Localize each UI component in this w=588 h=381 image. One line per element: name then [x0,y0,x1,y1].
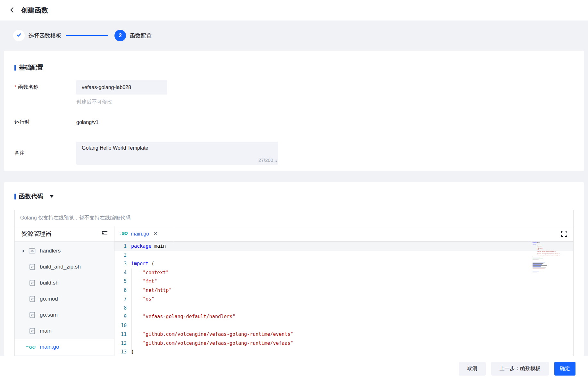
line-number: 11 [114,330,127,339]
tree-item-main.go[interactable]: GOmain.go [15,339,114,355]
step-2: 2 函数配置 [114,30,152,41]
expand-arrow-icon[interactable] [22,249,26,253]
step-2-label: 函数配置 [130,32,152,39]
step-indicator: 选择函数模板 2 函数配置 [0,21,588,51]
line-number: 3 [114,260,127,269]
line-content: "context" [127,269,169,277]
line-content: package main [127,242,166,251]
collapse-section-caret-icon[interactable] [50,195,54,198]
function-code-section-title: 函数代码 [14,192,574,201]
basic-config-section-title: 基础配置 [14,63,574,72]
tree-item-main[interactable]: main [15,323,114,339]
remark-label: 备注 [14,150,76,157]
basic-config-title-text: 基础配置 [19,63,43,72]
code-hint-bar: Golang 仅支持在线预览，暂不支持在线编辑代码 [15,210,573,226]
line-number: 5 [114,277,127,286]
fullscreen-button[interactable] [561,230,567,238]
line-number: 10 [114,321,127,330]
indent-guide [131,269,132,354]
line-number: 2 [114,251,127,260]
basic-config-form: * 函数名称 创建后不可修改 运行时 golang/v1 备注 Golang H… [14,80,574,165]
code-line-4: 4 "context" [114,269,573,277]
function-name-input[interactable] [76,80,167,95]
collapse-explorer-button[interactable] [101,230,108,237]
explorer-title: 资源管理器 [21,230,52,238]
back-button[interactable] [8,6,16,14]
line-number: 8 [114,304,127,313]
code-container: Golang 仅支持在线预览，暂不支持在线编辑代码 资源管理器 <>handle… [14,210,574,356]
line-number: 1 [114,242,127,251]
required-asterisk: * [14,85,16,90]
close-tab-icon[interactable]: ✕ [153,231,157,236]
minimap[interactable]: package main import ( "context" "fmt" "n… [533,242,560,273]
code-line-5: 5 "fmt" [114,277,573,286]
tree-item-handlers[interactable]: <>handlers [15,243,114,259]
code-line-9: 9 "vefaas-golang-default/handlers" [114,312,573,321]
code-line-12: 12 "github.com/volcengine/vefaas-golang-… [114,339,573,348]
folder-icon: <> [28,248,36,254]
page-title: 创建函数 [21,6,48,15]
function-name-row: * 函数名称 创建后不可修改 [14,80,574,105]
line-number: 13 [114,348,127,356]
function-code-title-text: 函数代码 [19,192,43,201]
line-number: 12 [114,339,127,348]
tree-item-build.sh[interactable]: build.sh [15,275,114,291]
svg-text:GO: GO [122,231,128,236]
step-2-circle: 2 [114,30,126,41]
code-line-10: 10 [114,321,573,330]
explorer-header: 资源管理器 [15,226,114,242]
line-content: "github.com/volcengine/vefaas-golang-run… [127,330,293,339]
remark-textarea[interactable]: Golang Hello World Template [76,142,278,165]
tab-label: main.go [131,231,149,237]
function-code-card: 函数代码 Golang 仅支持在线预览，暂不支持在线编辑代码 资源管理器 [4,182,584,356]
remark-char-counter: 27/200 [258,157,273,163]
line-content: "vefaas-golang-default/handlers" [127,312,235,321]
file-icon [28,296,36,302]
file-explorer: 资源管理器 <>handlersbuild_and_zip.shbuild.sh… [15,226,114,356]
runtime-label: 运行时 [14,119,76,126]
tree-item-build_and_zip.sh[interactable]: build_and_zip.sh [15,259,114,275]
code-area[interactable]: 1package main23import (4 "context"5 "fmt… [114,242,573,356]
textarea-resize-handle[interactable] [274,158,277,164]
chevron-left-icon [9,7,15,14]
go-file-icon: GO [26,344,36,350]
tree-item-label: build_and_zip.sh [40,264,81,270]
step-1-circle [13,30,25,41]
code-line-3: 3import ( [114,260,573,269]
editor-tab-bar: GO main.go ✕ [114,226,573,242]
function-name-label: * 函数名称 [14,80,76,95]
line-content: ) [127,348,134,356]
svg-text:<>: <> [30,249,34,253]
line-content: "os" [127,295,154,304]
code-line-11: 11 "github.com/volcengine/vefaas-golang-… [114,330,573,339]
tree-item-go.mod[interactable]: go.mod [15,291,114,307]
code-hint-text: Golang 仅支持在线预览，暂不支持在线编辑代码 [20,215,130,221]
function-name-note: 创建后不可修改 [76,99,167,105]
main-content: 基础配置 * 函数名称 创建后不可修改 运行时 golang/v1 备注 [0,51,588,356]
tab-main-go[interactable]: GO main.go ✕ [114,226,174,241]
code-line-6: 6 "net/http" [114,286,573,295]
line-content [127,251,131,260]
page-header: 创建函数 [0,0,588,21]
step-1: 选择函数模板 [13,30,61,41]
tree-item-label: go.sum [40,312,58,318]
tree-item-label: main [40,328,52,334]
confirm-button[interactable]: 确定 [554,362,575,376]
step-connector [66,35,108,36]
file-icon [28,312,36,318]
cancel-button[interactable]: 取消 [459,362,486,376]
file-icon [28,280,36,286]
tree-item-go.sum[interactable]: go.sum [15,307,114,323]
previous-step-button[interactable]: 上一步：函数模板 [491,362,549,376]
footer-action-bar: 取消 上一步：函数模板 确定 [0,356,588,381]
basic-config-card: 基础配置 * 函数名称 创建后不可修改 运行时 golang/v1 备注 [4,51,584,171]
tree-item-label: main.go [40,344,59,350]
line-content: "github.com/volcengine/vefaas-golang-run… [127,339,293,348]
runtime-value: golang/v1 [76,120,98,125]
code-line-1: 1package main [114,242,573,251]
code-line-2: 2 [114,251,573,260]
section-title-bar [14,65,16,71]
line-number: 7 [114,295,127,304]
line-content: "net/http" [127,286,172,295]
code-workspace: 资源管理器 <>handlersbuild_and_zip.shbuild.sh… [15,226,573,356]
